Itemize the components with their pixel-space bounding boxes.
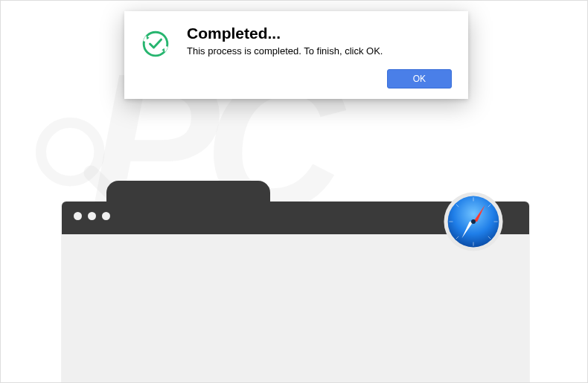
svg-point-14 <box>471 219 476 224</box>
browser-tab <box>106 181 270 202</box>
dialog-title: Completed... <box>187 25 452 42</box>
svg-point-15 <box>144 32 167 56</box>
svg-point-0 <box>41 123 99 181</box>
check-circle-icon <box>141 29 170 59</box>
safari-icon <box>441 190 505 254</box>
traffic-dot-minimize[interactable] <box>88 212 96 220</box>
traffic-dot-zoom[interactable] <box>102 212 110 220</box>
ok-button[interactable]: OK <box>387 69 452 88</box>
window-controls <box>74 212 110 220</box>
dialog-message: This process is completed. To finish, cl… <box>187 45 452 57</box>
completed-dialog: Completed... This process is completed. … <box>124 11 468 99</box>
traffic-dot-close[interactable] <box>74 212 82 220</box>
browser-viewport <box>62 234 529 383</box>
